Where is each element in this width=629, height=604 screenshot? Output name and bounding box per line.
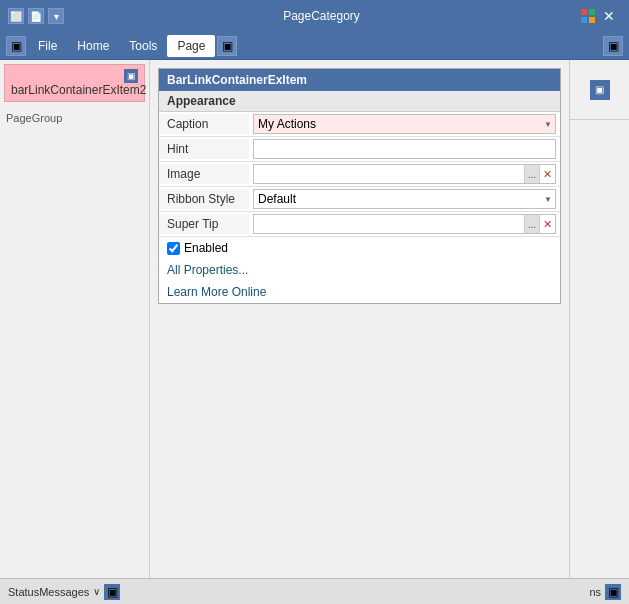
image-input-group: ... ✕ [253,164,556,184]
properties-panel: BarLinkContainerExItem Appearance Captio… [158,68,561,304]
property-image: Image ... ✕ [159,162,560,187]
learn-more-link[interactable]: Learn More Online [167,285,266,299]
enabled-checkbox[interactable] [167,242,180,255]
property-hint: Hint [159,137,560,162]
menu-icon-2: ▣ [217,36,237,56]
caption-select-wrapper [253,114,556,134]
window-title: PageCategory [64,9,579,23]
image-value: ... ✕ [249,162,560,186]
menu-file[interactable]: File [28,35,67,57]
sidebar: ▣ barLinkContainerExItem2 PageGroup [0,60,150,578]
property-ribbon-style: Ribbon Style Default Large Small [159,187,560,212]
menu-bar: ▣ File Home Tools Page ▣ ▣ [0,32,629,60]
super-tip-label: Super Tip [159,214,249,234]
enabled-label: Enabled [184,241,228,255]
caption-value [249,112,560,136]
menu-tools[interactable]: Tools [119,35,167,57]
caption-input[interactable] [253,114,556,134]
caption-label: Caption [159,114,249,134]
image-dots-button[interactable]: ... [524,165,539,183]
title-bar-icons: ⬜ 📄 ▾ [8,8,64,24]
menu-icon-3: ▣ [603,36,623,56]
panel-header-title: BarLinkContainerExItem [167,73,307,87]
status-dropdown[interactable]: ∨ [93,586,100,597]
super-tip-value: ... ✕ [249,212,560,236]
puzzle-icon [579,7,597,25]
app-icon-2: 📄 [28,8,44,24]
main-area: ▣ barLinkContainerExItem2 PageGroup BarL… [0,60,629,578]
property-caption: Caption [159,112,560,137]
ribbon-style-label: Ribbon Style [159,189,249,209]
section-appearance-label: Appearance [167,94,236,108]
content-area: BarLinkContainerExItem Appearance Captio… [150,60,569,578]
sidebar-group-label: PageGroup [0,110,149,126]
right-panel-icon: ▣ [590,80,610,100]
menu-icon-1: ▣ [6,36,26,56]
all-properties-row: All Properties... [159,259,560,281]
super-tip-dots-button[interactable]: ... [524,215,539,233]
right-panel: ▣ [569,60,629,578]
panel-header: BarLinkContainerExItem [159,69,560,91]
ribbon-style-select[interactable]: Default Large Small [253,189,556,209]
all-properties-link[interactable]: All Properties... [167,263,248,277]
hint-input[interactable] [253,139,556,159]
super-tip-clear-button[interactable]: ✕ [539,215,555,233]
status-label: StatusMessages [8,586,89,598]
status-right-label: ns [589,586,601,598]
svg-rect-2 [581,17,587,23]
svg-rect-1 [589,9,595,15]
svg-rect-0 [581,9,587,15]
quick-access-dropdown[interactable]: ▾ [48,8,64,24]
menu-page[interactable]: Page [167,35,215,57]
enabled-row: Enabled [159,237,560,259]
ribbon-style-wrapper: Default Large Small [253,189,556,209]
super-tip-input-group: ... ✕ [253,214,556,234]
learn-more-row: Learn More Online [159,281,560,303]
ribbon-style-value: Default Large Small [249,187,560,211]
app-icon-1: ⬜ [8,8,24,24]
sidebar-item-label: barLinkContainerExItem2 [11,83,146,97]
sidebar-item-icon: ▣ [124,69,138,83]
hint-value [249,137,560,161]
title-bar: ⬜ 📄 ▾ PageCategory ✕ [0,0,629,32]
status-icon: ▣ [104,584,120,600]
section-appearance: Appearance [159,91,560,112]
sidebar-item-barlinkcontainer[interactable]: ▣ barLinkContainerExItem2 [4,64,145,102]
status-right-icon: ▣ [605,584,621,600]
status-bar: StatusMessages ∨ ▣ ns ▣ [0,578,629,604]
hint-label: Hint [159,139,249,159]
menu-home[interactable]: Home [67,35,119,57]
super-tip-input[interactable] [254,215,524,233]
property-super-tip: Super Tip ... ✕ [159,212,560,237]
image-label: Image [159,164,249,184]
image-input[interactable] [254,165,524,183]
close-button[interactable]: ✕ [597,6,621,26]
image-clear-button[interactable]: ✕ [539,165,555,183]
svg-rect-3 [589,17,595,23]
